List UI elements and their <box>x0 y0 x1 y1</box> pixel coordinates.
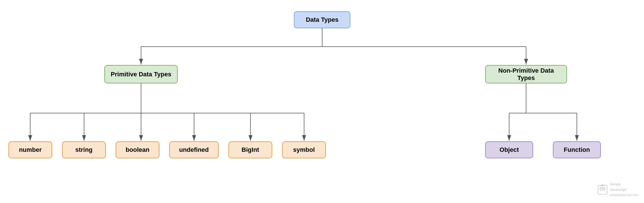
node-undefined: undefined <box>169 141 219 158</box>
node-object: Object <box>485 141 533 158</box>
node-data-types: Data Types <box>294 11 350 28</box>
nonprimitive-label: Non-Primitive Data Types <box>491 67 561 82</box>
function-label: Function <box>564 146 590 154</box>
node-boolean: boolean <box>116 141 159 158</box>
connectors-svg <box>0 0 644 203</box>
symbol-label: symbol <box>293 146 315 154</box>
data-types-label: Data Types <box>306 16 339 23</box>
bigint-label: BigInt <box>241 146 259 154</box>
primitive-label: Primitive Data Types <box>111 71 172 78</box>
undefined-label: undefined <box>179 146 209 154</box>
node-function: Function <box>553 141 601 158</box>
node-nonprimitive: Non-Primitive Data Types <box>485 65 567 83</box>
boolean-label: boolean <box>126 146 149 154</box>
object-label: Object <box>500 146 519 154</box>
number-label: number <box>19 146 42 154</box>
node-string: string <box>62 141 106 158</box>
node-symbol: symbol <box>282 141 326 158</box>
watermark: {S} SimplyJavascriptsimplyjavascript.com <box>597 182 638 197</box>
node-primitive: Primitive Data Types <box>104 65 178 83</box>
string-label: string <box>75 146 93 154</box>
node-bigint: BigInt <box>228 141 272 158</box>
svg-text:{S}: {S} <box>599 186 605 191</box>
diagram-container: Data Types Primitive Data Types Non-Prim… <box>0 0 644 203</box>
node-number: number <box>8 141 52 158</box>
watermark-icon: {S} <box>597 184 608 195</box>
watermark-text: SimplyJavascriptsimplyjavascript.com <box>610 182 638 197</box>
